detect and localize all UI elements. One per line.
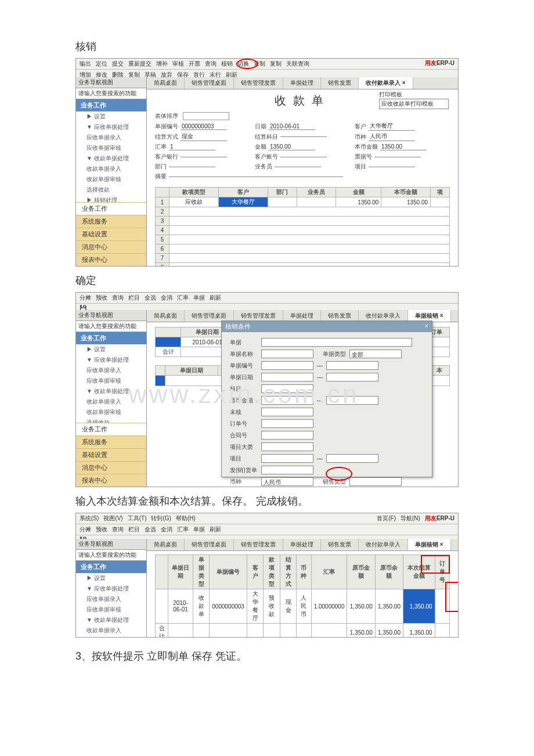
tab[interactable]: 简易桌面 bbox=[147, 77, 185, 89]
bottom-nav-item[interactable]: 基础设置 bbox=[76, 448, 146, 461]
sidebar-item[interactable]: 应收单据审核 bbox=[76, 376, 146, 386]
tab[interactable]: 单据处理 bbox=[283, 539, 321, 550]
bottom-nav-item[interactable]: 报表中心 bbox=[76, 474, 146, 487]
toolbar[interactable]: 分摊 预收 查询 栏目 全选 全消 汇率 单据 刷新 bbox=[76, 293, 458, 304]
nav-home[interactable]: 首页(F) bbox=[377, 514, 396, 523]
tb-item[interactable]: 刷新 bbox=[210, 525, 221, 534]
tab-active[interactable]: 单据核销 × bbox=[408, 539, 451, 550]
sidebar-item[interactable]: 收款单据录入 bbox=[76, 397, 146, 407]
tb-item[interactable]: 全消 bbox=[161, 525, 172, 534]
tab-active[interactable]: 单据核销 × bbox=[408, 310, 451, 322]
tab[interactable]: 收付款单录入 bbox=[359, 539, 408, 550]
tb-item[interactable]: 查询 bbox=[112, 525, 124, 534]
bottom-nav-item[interactable]: 业务工作 bbox=[76, 423, 146, 435]
tb-item[interactable]: 预收 bbox=[96, 525, 107, 534]
sidebar-item[interactable]: ▼ 应收单据处理 bbox=[76, 584, 146, 594]
tb-item[interactable]: 全消 bbox=[161, 294, 172, 302]
tab[interactable]: 销售管理桌面 bbox=[185, 539, 234, 550]
tb-item[interactable]: 全选 bbox=[145, 525, 156, 534]
sidebar-item[interactable]: 应收单据录入 bbox=[76, 365, 146, 376]
bottom-nav-item[interactable]: 系统服务 bbox=[76, 435, 146, 448]
menu-item[interactable]: 转到(G) bbox=[151, 514, 171, 523]
select[interactable] bbox=[261, 408, 313, 416]
input[interactable] bbox=[261, 454, 313, 463]
tb-item[interactable]: 关联查询 bbox=[286, 60, 309, 68]
input[interactable] bbox=[326, 361, 378, 370]
bottom-nav-item[interactable]: 业务工作 bbox=[76, 202, 146, 215]
sidebar-item[interactable]: 选择收款 bbox=[76, 185, 146, 195]
tb-item[interactable]: 查询 bbox=[112, 294, 124, 302]
tab[interactable]: 销售管理发票 bbox=[234, 310, 283, 322]
sidebar-item[interactable]: ▶ 设置 bbox=[76, 111, 146, 122]
input[interactable] bbox=[326, 373, 378, 381]
tab-active[interactable]: 收付款单录入 × bbox=[359, 77, 413, 89]
tb-item[interactable]: 审核 bbox=[172, 60, 184, 68]
tb-item[interactable]: 开票 bbox=[189, 60, 200, 68]
bottom-nav-item[interactable]: 系统服务 bbox=[76, 215, 146, 228]
input[interactable] bbox=[326, 396, 378, 405]
input[interactable] bbox=[261, 384, 313, 393]
sidebar-item[interactable]: 应收单据录入 bbox=[76, 132, 146, 143]
tb-item[interactable]: 刷新 bbox=[210, 294, 221, 302]
bottom-nav-item[interactable]: 消息中心 bbox=[76, 461, 146, 474]
bottom-nav-item[interactable]: 报表中心 bbox=[76, 253, 146, 266]
tab[interactable]: 单据处理 bbox=[283, 77, 321, 89]
print-template-select[interactable]: 应收收款单打印模板 bbox=[379, 99, 449, 109]
tab[interactable]: 销售管理发票 bbox=[234, 539, 283, 550]
menu-item[interactable]: 系统(S) bbox=[80, 514, 99, 523]
sidebar-item[interactable]: 收款单据审核 bbox=[76, 407, 146, 417]
input[interactable] bbox=[349, 477, 402, 486]
menubar[interactable]: 系统(S) 视图(V) 工具(T) 转到(G) 帮助(H) 首页(F) 导航(N… bbox=[76, 513, 458, 524]
sidebar-item[interactable]: 应收单据审核 bbox=[76, 604, 146, 615]
tb-item[interactable]: 分摊 bbox=[80, 294, 91, 302]
tb-item[interactable]: 核销 bbox=[221, 60, 233, 68]
sidebar-search-prompt[interactable]: 请输入您要搜索的功能 bbox=[76, 550, 146, 561]
input[interactable] bbox=[261, 338, 412, 347]
sidebar-item[interactable]: ▼ 收款单据处理 bbox=[76, 615, 146, 625]
input[interactable] bbox=[261, 361, 313, 370]
tb-item[interactable]: 查询 bbox=[205, 60, 217, 68]
tb-item[interactable]: 汇率 bbox=[177, 294, 189, 302]
input[interactable] bbox=[261, 431, 313, 440]
bottom-nav-item[interactable]: 基础设置 bbox=[76, 228, 146, 240]
tb-item[interactable]: 定位 bbox=[96, 60, 107, 68]
tab[interactable]: 简易桌面 bbox=[147, 539, 185, 550]
sort-select[interactable] bbox=[183, 112, 229, 120]
sidebar-item[interactable]: ▼ 收款单据处理 bbox=[76, 386, 146, 397]
sidebar-item[interactable]: ▼ 应收单据处理 bbox=[76, 355, 146, 365]
sidebar-search-prompt[interactable]: 请输入您要搜索的功能 bbox=[76, 321, 146, 332]
tb-item[interactable]: 提交 bbox=[112, 60, 124, 68]
menu-item[interactable]: 工具(T) bbox=[128, 514, 147, 523]
select[interactable]: 全部 bbox=[349, 350, 402, 358]
sidebar-item[interactable]: 收款单据录入 bbox=[76, 164, 146, 174]
select[interactable]: 人民币 bbox=[261, 477, 313, 486]
tab[interactable]: 销售发票 bbox=[321, 539, 359, 550]
toolbar[interactable]: 分摊 预收 查询 栏目 全选 全消 汇率 单据 刷新 bbox=[76, 524, 458, 535]
input[interactable] bbox=[261, 396, 313, 405]
input[interactable] bbox=[261, 419, 313, 428]
input[interactable] bbox=[261, 466, 313, 474]
tab[interactable]: 简易桌面 bbox=[147, 310, 185, 322]
tb-item[interactable]: 预收 bbox=[96, 294, 107, 302]
sidebar-item[interactable]: ▶ 设置 bbox=[76, 573, 146, 584]
input[interactable] bbox=[261, 373, 313, 381]
tb-item[interactable]: 增补 bbox=[156, 60, 168, 68]
toolbar-primary[interactable]: 输出 定位 提交 重新提交 增补 审核 开票 查询 核销 切换 复制 复制 关联… bbox=[76, 59, 458, 70]
tab[interactable]: 单据处理 bbox=[283, 310, 321, 322]
sidebar-item[interactable]: 收款单据审核 bbox=[76, 174, 146, 185]
tb-item[interactable]: 单据 bbox=[193, 294, 205, 302]
tb-item[interactable]: 栏目 bbox=[128, 294, 140, 302]
sidebar-item[interactable]: ▼ 收款单据处理 bbox=[76, 153, 146, 164]
tb-item[interactable]: 汇率 bbox=[177, 525, 189, 534]
tab[interactable]: 销售管理桌面 bbox=[185, 77, 234, 89]
tb-item[interactable]: 复制 bbox=[270, 60, 282, 68]
menu-item[interactable]: 视图(V) bbox=[103, 514, 122, 523]
input[interactable] bbox=[326, 454, 378, 463]
sidebar-item[interactable]: 应收单据录入 bbox=[76, 594, 146, 604]
sidebar-item[interactable]: ▼ 应收单据处理 bbox=[76, 122, 146, 132]
tab[interactable]: 销售发票 bbox=[321, 310, 359, 322]
close-icon[interactable]: × bbox=[425, 322, 428, 331]
select[interactable] bbox=[261, 442, 313, 451]
tb-item[interactable]: 输出 bbox=[80, 60, 91, 68]
tab[interactable]: 销售管理桌面 bbox=[185, 310, 234, 322]
